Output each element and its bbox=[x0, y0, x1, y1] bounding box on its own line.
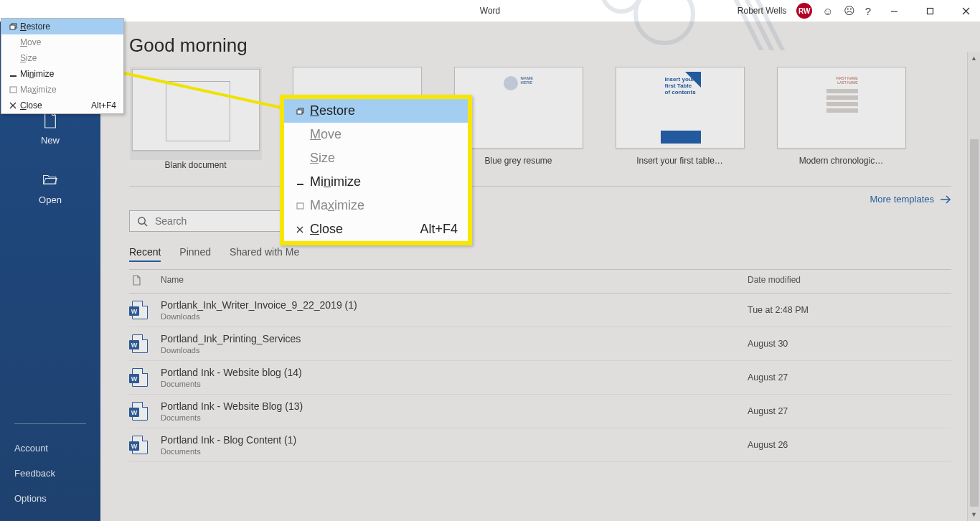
menu-item-shortcut: Alt+F4 bbox=[71, 100, 116, 111]
sidebar-options[interactable]: Options bbox=[14, 493, 86, 504]
window-close-button[interactable] bbox=[953, 1, 979, 21]
menu-item-move: Move bbox=[284, 123, 468, 146]
arrow-right-icon bbox=[940, 195, 951, 204]
greeting-heading: Good morning bbox=[129, 34, 951, 57]
file-icon: W bbox=[132, 368, 161, 387]
svg-rect-21 bbox=[297, 110, 302, 114]
file-icon: W bbox=[132, 301, 161, 319]
menu-item-maximize: Maximize bbox=[1, 82, 123, 98]
user-avatar[interactable]: RW bbox=[796, 3, 812, 19]
menu-item-restore[interactable]: Restore bbox=[1, 19, 123, 34]
template-label: Blue grey resume bbox=[484, 156, 552, 166]
max-icon bbox=[6, 86, 20, 93]
menu-item-label: Size bbox=[20, 53, 37, 63]
menu-item-label: Minimize bbox=[310, 174, 361, 189]
menu-item-close[interactable]: CloseAlt+F4 bbox=[284, 217, 468, 241]
menu-item-label: Close bbox=[310, 222, 343, 237]
file-modified: August 26 bbox=[748, 440, 948, 450]
scroll-thumb[interactable] bbox=[970, 139, 979, 507]
more-templates-label: More templates bbox=[870, 194, 934, 205]
scroll-up-button[interactable]: ▲ bbox=[968, 52, 980, 65]
file-path: Documents bbox=[161, 380, 748, 388]
file-icon: W bbox=[132, 436, 161, 454]
file-modified: August 30 bbox=[748, 339, 948, 349]
vertical-scrollbar[interactable]: ▲ ▼ bbox=[967, 52, 980, 521]
template-label: Blank document bbox=[164, 160, 226, 170]
max-icon bbox=[290, 202, 310, 210]
sidebar-item-label: New bbox=[41, 135, 60, 146]
restore-icon bbox=[290, 108, 310, 115]
menu-item-label: Move bbox=[20, 37, 41, 47]
template-modern-chronological[interactable]: FIRST NAME LAST NAME Modern chronologic… bbox=[775, 67, 908, 170]
menu-item-label: Close bbox=[20, 100, 42, 111]
table-row[interactable]: WPortland Ink - Blog Content (1)Document… bbox=[129, 428, 951, 462]
menu-item-label: Move bbox=[310, 127, 341, 142]
min-icon bbox=[6, 70, 20, 78]
table-row[interactable]: WPortland_Ink_Printing_ServicesDownloads… bbox=[129, 327, 951, 361]
table-header: Name Date modified bbox=[129, 270, 951, 294]
window-maximize-button[interactable] bbox=[917, 1, 943, 21]
scroll-down-button[interactable]: ▼ bbox=[968, 508, 980, 521]
menu-item-label: Restore bbox=[20, 22, 50, 32]
window-minimize-button[interactable] bbox=[881, 1, 907, 21]
template-label: Modern chronologic… bbox=[799, 156, 883, 166]
file-name: Portland_Ink_Printing_Services bbox=[161, 333, 748, 344]
open-folder-icon bbox=[42, 170, 58, 189]
sidebar-item-open[interactable]: Open bbox=[0, 160, 100, 220]
table-row[interactable]: WPortland Ink - Website Blog (13)Documen… bbox=[129, 395, 951, 428]
svg-line-11 bbox=[144, 223, 147, 226]
recent-files-table: Name Date modified WPortlank_Ink_Writer_… bbox=[129, 269, 951, 462]
svg-rect-15 bbox=[10, 25, 15, 29]
sidebar-feedback[interactable]: Feedback bbox=[14, 468, 86, 479]
min-icon bbox=[290, 179, 310, 186]
more-templates-link[interactable]: More templates bbox=[870, 194, 951, 205]
svg-rect-23 bbox=[297, 203, 303, 209]
search-icon bbox=[137, 216, 148, 227]
menu-item-label: Maximize bbox=[20, 85, 57, 95]
app-title: Word bbox=[480, 6, 500, 16]
menu-item-label: Size bbox=[310, 151, 335, 166]
file-name: Portlank_Ink_Writer_Invoice_9_22_2019 (1… bbox=[161, 299, 748, 311]
file-path: Downloads bbox=[161, 346, 748, 355]
svg-line-13 bbox=[105, 69, 281, 108]
column-date-modified[interactable]: Date modified bbox=[748, 275, 948, 288]
column-icon[interactable] bbox=[132, 275, 161, 288]
svg-point-3 bbox=[636, 0, 693, 43]
happy-face-icon[interactable]: ☺ bbox=[822, 5, 833, 17]
callout-connector bbox=[100, 65, 287, 129]
menu-item-shortcut: Alt+F4 bbox=[400, 222, 458, 237]
menu-item-minimize[interactable]: Minimize bbox=[1, 66, 123, 82]
file-modified: August 27 bbox=[748, 372, 948, 382]
tab-pinned[interactable]: Pinned bbox=[179, 243, 211, 262]
table-row[interactable]: WPortlank_Ink_Writer_Invoice_9_22_2019 (… bbox=[129, 294, 951, 327]
user-name[interactable]: Robert Wells bbox=[738, 6, 786, 16]
menu-item-restore[interactable]: Restore bbox=[284, 99, 468, 123]
menu-item-minimize[interactable]: Minimize bbox=[284, 170, 468, 194]
svg-point-10 bbox=[138, 217, 145, 223]
menu-item-label: Restore bbox=[310, 103, 355, 118]
sidebar-account[interactable]: Account bbox=[14, 443, 86, 454]
menu-item-maximize: Maximize bbox=[284, 194, 468, 217]
file-name: Portland Ink - Website Blog (13) bbox=[161, 400, 748, 412]
help-icon[interactable]: ? bbox=[865, 5, 871, 17]
tab-shared-with-me[interactable]: Shared with Me bbox=[230, 243, 299, 262]
file-path: Documents bbox=[161, 447, 748, 456]
menu-item-size: Size bbox=[1, 50, 123, 66]
column-name[interactable]: Name bbox=[161, 275, 748, 288]
close-icon bbox=[290, 226, 310, 233]
file-name: Portland Ink - Blog Content (1) bbox=[161, 434, 748, 446]
table-row[interactable]: WPortland Ink - Website blog (14)Documen… bbox=[129, 361, 951, 395]
svg-rect-6 bbox=[927, 8, 933, 14]
menu-item-close[interactable]: CloseAlt+F4 bbox=[1, 98, 123, 113]
tab-recent[interactable]: Recent bbox=[129, 243, 161, 262]
menu-item-label: Minimize bbox=[20, 69, 54, 79]
system-menu-zoom: RestoreMoveSizeMinimizeMaximizeCloseAlt+… bbox=[280, 95, 472, 245]
template-insert-first-table[interactable]: Insert your first Table of contents Inse… bbox=[613, 67, 746, 170]
svg-rect-17 bbox=[10, 87, 17, 93]
sad-face-icon[interactable]: ☹ bbox=[844, 4, 855, 17]
file-name: Portland Ink - Website blog (14) bbox=[161, 367, 748, 378]
menu-item-label: Maximize bbox=[310, 198, 364, 213]
file-icon: W bbox=[132, 402, 161, 421]
file-icon: W bbox=[132, 334, 161, 353]
sidebar-divider bbox=[14, 423, 86, 424]
